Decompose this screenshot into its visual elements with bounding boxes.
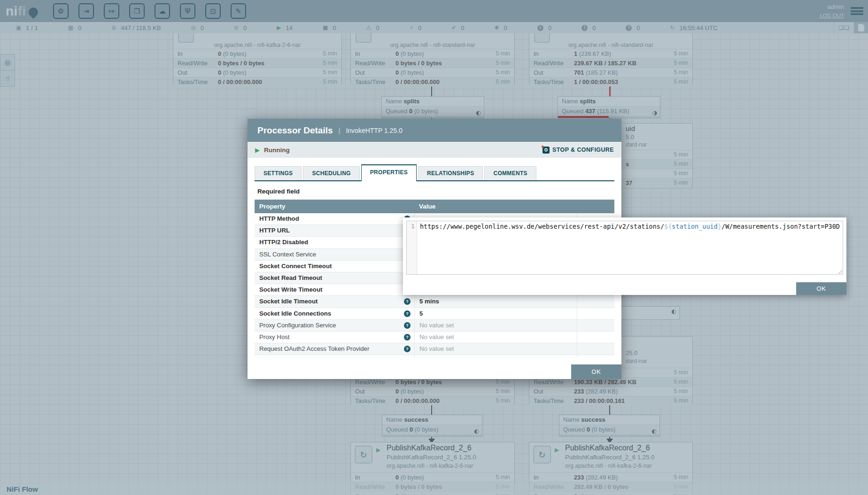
- property-actions-cell: [577, 332, 614, 343]
- property-row[interactable]: Request Username?No value set: [255, 355, 614, 357]
- stop-configure-icon: ⚙: [542, 147, 550, 154]
- processor-state: Running: [264, 147, 290, 154]
- required-field-note: Required field: [257, 188, 621, 195]
- editor-ok-button[interactable]: OK: [796, 282, 846, 295]
- property-name: Socket Read Timeout?: [255, 272, 414, 284]
- property-value[interactable]: No value set: [414, 320, 577, 331]
- dialog-header: Processor Details | InvokeHTTP 1.25.0: [248, 119, 621, 142]
- property-column-header: Property: [255, 200, 414, 213]
- line-number-gutter: 1: [407, 221, 417, 274]
- property-actions-cell: [577, 355, 614, 357]
- property-actions-cell: [577, 296, 614, 307]
- property-name: Request Username?: [255, 355, 414, 357]
- property-name: Proxy Host?: [255, 332, 414, 343]
- property-actions-cell: [577, 320, 614, 331]
- title-separator: |: [339, 126, 341, 134]
- property-actions-cell: [577, 308, 614, 319]
- running-play-icon: ▶: [255, 147, 260, 154]
- value-editor-text[interactable]: https://www.pegelonline.wsv.de/webservic…: [417, 221, 843, 274]
- tab-properties[interactable]: PROPERTIES: [361, 164, 417, 181]
- url-segment-brace: }: [718, 223, 721, 230]
- property-actions-cell: [577, 343, 614, 355]
- value-editor-popup: 1 https://www.pegelonline.wsv.de/webserv…: [403, 217, 846, 295]
- property-name: HTTP URL?: [255, 225, 414, 236]
- property-row[interactable]: Request OAuth2 Access Token Provider?No …: [255, 343, 614, 355]
- property-value[interactable]: No value set: [414, 332, 577, 343]
- help-icon[interactable]: ?: [404, 322, 411, 329]
- url-segment-plain: /W/measurements.json?start=P30D: [721, 223, 840, 230]
- url-segment-brace: ${: [664, 223, 672, 230]
- property-row[interactable]: Socket Idle Timeout?5 mins: [255, 296, 614, 308]
- property-value[interactable]: No value set: [414, 355, 577, 357]
- help-icon[interactable]: ?: [404, 346, 411, 352]
- value-column-header: Value: [414, 200, 614, 213]
- help-icon[interactable]: ?: [404, 310, 411, 317]
- property-name: Request OAuth2 Access Token Provider?: [255, 343, 414, 355]
- property-value[interactable]: 5 mins: [414, 296, 577, 307]
- property-name: Socket Connect Timeout?: [255, 261, 414, 272]
- property-row[interactable]: Socket Idle Connections?5: [255, 308, 614, 320]
- dialog-tabs: SETTINGSSCHEDULINGPROPERTIESRELATIONSHIP…: [255, 165, 614, 181]
- property-row[interactable]: Proxy Configuration Service?No value set: [255, 320, 614, 332]
- property-name: Socket Idle Connections?: [255, 308, 414, 319]
- url-segment-param: station_uuid: [672, 223, 718, 230]
- property-value[interactable]: No value set: [414, 343, 577, 355]
- nifi-application: org.apache.nifi - nifi-kafka-2-6-narIn0 …: [0, 0, 868, 495]
- stop-and-configure-button[interactable]: ⚙ STOP & CONFIGURE: [542, 147, 614, 154]
- processor-state-bar: ▶ Running ⚙ STOP & CONFIGURE: [248, 142, 621, 158]
- property-name: Socket Idle Timeout?: [255, 296, 414, 307]
- value-editor[interactable]: 1 https://www.pegelonline.wsv.de/webserv…: [406, 221, 843, 275]
- property-name: SSL Context Service?: [255, 249, 414, 260]
- tab-relationships[interactable]: RELATIONSHIPS: [418, 166, 483, 180]
- tab-settings[interactable]: SETTINGS: [255, 166, 302, 180]
- url-segment-plain: https://www.pegelonline.wsv.de/webservic…: [420, 223, 664, 230]
- property-name: Socket Write Timeout?: [255, 284, 414, 295]
- help-icon[interactable]: ?: [404, 334, 411, 340]
- property-name: HTTP/2 Disabled?: [255, 237, 414, 248]
- property-value[interactable]: 5: [414, 308, 577, 319]
- dialog-title: Processor Details: [257, 125, 333, 136]
- dialog-subtitle: InvokeHTTP 1.25.0: [346, 127, 402, 134]
- properties-table-header: Property Value: [255, 200, 614, 213]
- property-row[interactable]: Proxy Host?No value set: [255, 332, 614, 343]
- property-name: HTTP Method?: [255, 213, 414, 224]
- tab-scheduling[interactable]: SCHEDULING: [303, 166, 359, 180]
- tab-comments[interactable]: COMMENTS: [484, 166, 536, 180]
- dialog-ok-button[interactable]: OK: [571, 364, 621, 379]
- property-name: Proxy Configuration Service?: [255, 320, 414, 331]
- help-icon[interactable]: ?: [404, 298, 411, 305]
